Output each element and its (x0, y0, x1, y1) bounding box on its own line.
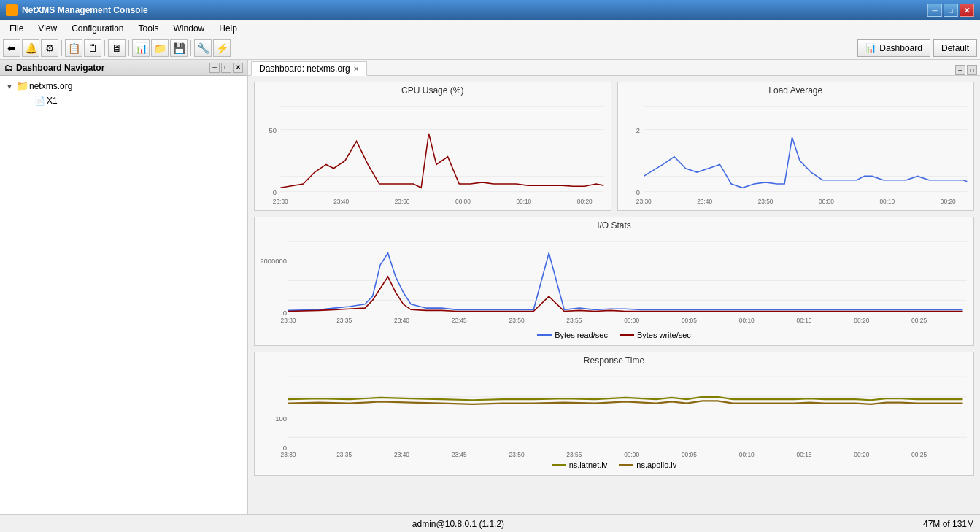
svg-text:00:00: 00:00 (455, 198, 471, 205)
chart-row-3: Response Time 100 0 (254, 352, 974, 476)
load-chart-svg: 2 0 23:30 23:40 23:50 00:00 00:10 00:20 (621, 99, 971, 207)
right-panel: Dashboard: netxms.org ✕ ─ □ CPU Usage (%… (248, 60, 980, 514)
status-separator (917, 518, 917, 530)
svg-text:0: 0 (283, 309, 287, 317)
main-layout: 🗂 Dashboard Navigator ─ □ ✕ ▼ 📁 netxms.o… (0, 60, 980, 514)
menu-help[interactable]: Help (212, 21, 244, 36)
cpu-chart-svg: 50 0 23:30 23:40 23:50 00:00 00:10 00:20 (258, 99, 608, 207)
svg-text:00:00: 00:00 (624, 316, 639, 323)
dashboard-button[interactable]: 📊 Dashboard (857, 39, 930, 57)
close-button[interactable]: ✕ (960, 4, 974, 17)
toolbar-btn-7[interactable]: 📊 (132, 39, 150, 57)
panel-controls: ─ □ ✕ (209, 63, 243, 73)
svg-text:50: 50 (269, 126, 277, 134)
chart-row-1: CPU Usage (%) 50 0 (254, 82, 974, 211)
menu-bar: File View Configuration Tools Window Hel… (0, 20, 980, 36)
tree-child-x1[interactable]: 📄 X1 (20, 93, 244, 108)
tree-child: 📄 X1 (20, 93, 244, 108)
svg-text:23:55: 23:55 (566, 316, 582, 323)
svg-text:2: 2 (636, 126, 639, 134)
status-bar: admin@10.8.0.1 (1.1.2) 47M of 131M (0, 514, 980, 532)
chart-row-2: I/O Stats 2000000 0 (254, 217, 974, 346)
panel-title: Dashboard Navigator (16, 63, 104, 73)
right-panel-maximize[interactable]: □ (967, 65, 977, 75)
left-panel: 🗂 Dashboard Navigator ─ □ ✕ ▼ 📁 netxms.o… (0, 60, 248, 514)
toolbar-btn-3[interactable]: ⚙ (41, 39, 58, 57)
minimize-button[interactable]: ─ (927, 4, 942, 17)
svg-text:00:00: 00:00 (819, 198, 834, 205)
svg-text:00:10: 00:10 (879, 198, 895, 205)
svg-text:23:50: 23:50 (509, 316, 525, 323)
status-memory: 47M of 131M (923, 519, 974, 529)
svg-text:23:40: 23:40 (333, 198, 349, 205)
dashboard-label: Dashboard (879, 43, 922, 53)
svg-text:100: 100 (275, 415, 287, 423)
svg-text:00:10: 00:10 (739, 316, 755, 323)
toolbar-separator-4 (190, 40, 191, 56)
svg-text:23:50: 23:50 (757, 198, 773, 205)
toolbar-btn-5[interactable]: 🗒 (84, 39, 101, 57)
io-chart-panel: I/O Stats 2000000 0 (254, 217, 974, 346)
dashboard-icon: 📊 (865, 43, 876, 53)
svg-text:23:45: 23:45 (452, 451, 467, 458)
tab-bar: Dashboard: netxms.org ✕ ─ □ (248, 60, 980, 76)
panel-minimize-btn[interactable]: ─ (209, 63, 220, 73)
legend-apollo: ns.apollo.lv (619, 460, 676, 469)
response-chart-legend: ns.latnet.lv ns.apollo.lv (258, 458, 971, 472)
toolbar-btn-4[interactable]: 📋 (65, 39, 82, 57)
load-chart-title: Load Average (621, 85, 971, 96)
toolbar-separator-2 (104, 40, 105, 56)
status-user: admin@10.8.0.1 (1.1.2) (6, 519, 911, 529)
svg-text:00:05: 00:05 (682, 451, 697, 458)
svg-text:23:35: 23:35 (336, 451, 352, 458)
toolbar-btn-11[interactable]: ⚡ (213, 39, 231, 57)
response-chart-area: 100 0 23:30 23:35 23:40 23:45 23:50 (258, 369, 971, 458)
menu-configuration[interactable]: Configuration (65, 21, 130, 36)
io-chart-svg: 2000000 0 23:30 23:35 23:40 23:45 23:50 (258, 234, 971, 328)
toolbar-btn-1[interactable]: ⬅ (3, 39, 20, 57)
toolbar-btn-2[interactable]: 🔔 (22, 39, 39, 57)
svg-text:23:30: 23:30 (281, 451, 296, 458)
tab-header-controls: ─ □ (955, 65, 980, 75)
dashboard-content: CPU Usage (%) 50 0 (248, 76, 980, 514)
default-button[interactable]: Default (933, 39, 977, 57)
tab-close-icon[interactable]: ✕ (353, 65, 359, 73)
app-icon (6, 4, 18, 16)
svg-text:23:40: 23:40 (394, 451, 409, 458)
menu-window[interactable]: Window (167, 21, 212, 36)
menu-tools[interactable]: Tools (132, 21, 166, 36)
toolbar-btn-6[interactable]: 🖥 (108, 39, 126, 57)
svg-text:23:55: 23:55 (566, 451, 582, 458)
menu-view[interactable]: View (31, 21, 63, 36)
tree-root-item[interactable]: ▼ 📁 netxms.org (3, 79, 244, 93)
dashboard-tab[interactable]: Dashboard: netxms.org ✕ (251, 61, 367, 76)
default-label: Default (941, 43, 969, 53)
tab-label: Dashboard: netxms.org (259, 63, 350, 74)
svg-text:00:20: 00:20 (577, 198, 593, 205)
io-chart-title: I/O Stats (258, 220, 971, 231)
legend-latnet: ns.latnet.lv (552, 460, 608, 469)
toolbar-btn-9[interactable]: 💾 (170, 39, 188, 57)
menu-file[interactable]: File (3, 21, 30, 36)
folder-icon: 📁 (16, 80, 28, 92)
cpu-chart-panel: CPU Usage (%) 50 0 (254, 82, 611, 211)
svg-text:00:05: 00:05 (682, 316, 697, 323)
tree-arrow-icon: ▼ (6, 82, 15, 90)
svg-text:23:45: 23:45 (452, 316, 467, 323)
svg-text:23:50: 23:50 (509, 451, 525, 458)
window-controls: ─ □ ✕ (927, 4, 974, 17)
panel-header: 🗂 Dashboard Navigator ─ □ ✕ (0, 60, 247, 76)
tree-root-label: netxms.org (29, 81, 72, 91)
maximize-button[interactable]: □ (944, 4, 958, 17)
toolbar-btn-10[interactable]: 🔧 (194, 39, 212, 57)
svg-text:00:10: 00:10 (516, 198, 531, 205)
panel-close-btn[interactable]: ✕ (233, 63, 243, 73)
panel-maximize-btn[interactable]: □ (221, 63, 231, 73)
svg-text:00:15: 00:15 (797, 316, 812, 323)
svg-text:00:25: 00:25 (911, 451, 927, 458)
cpu-chart-area: 50 0 23:30 23:40 23:50 00:00 00:10 00:20 (258, 99, 608, 207)
right-panel-minimize[interactable]: ─ (955, 65, 965, 75)
app-title: NetXMS Management Console (22, 5, 148, 15)
svg-text:00:25: 00:25 (911, 316, 927, 323)
toolbar-btn-8[interactable]: 📁 (151, 39, 169, 57)
